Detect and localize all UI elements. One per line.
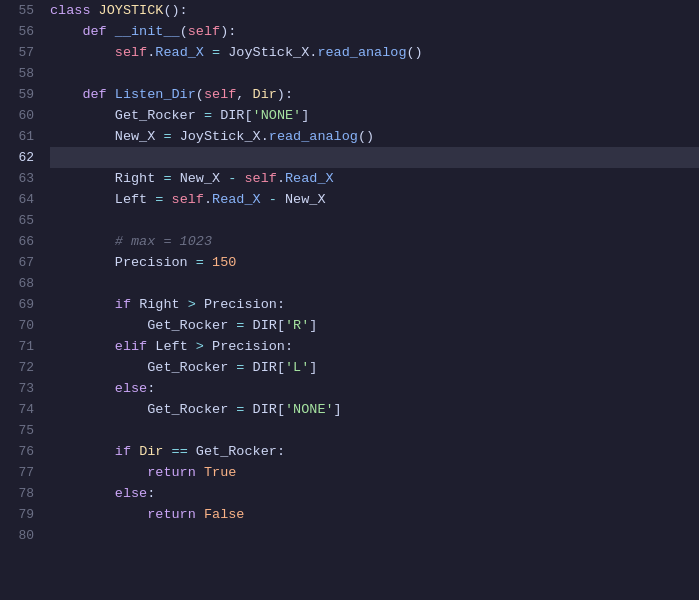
code-line-58 xyxy=(50,63,699,84)
line-num-57: 57 xyxy=(0,42,34,63)
line-num-61: 61 xyxy=(0,126,34,147)
code-line-62 xyxy=(50,147,699,168)
code-line-72: Get_Rocker = DIR['L'] xyxy=(50,357,699,378)
line-num-56: 56 xyxy=(0,21,34,42)
line-num-71: 71 xyxy=(0,336,34,357)
line-num-70: 70 xyxy=(0,315,34,336)
line-num-67: 67 xyxy=(0,252,34,273)
line-num-76: 76 xyxy=(0,441,34,462)
code-line-80 xyxy=(50,525,699,546)
code-line-78: else: xyxy=(50,483,699,504)
line-num-73: 73 xyxy=(0,378,34,399)
code-line-76: if Dir == Get_Rocker: xyxy=(50,441,699,462)
code-line-74: Get_Rocker = DIR['NONE'] xyxy=(50,399,699,420)
code-line-55: class JOYSTICK(): xyxy=(50,0,699,21)
code-line-66: # max = 1023 xyxy=(50,231,699,252)
code-line-75 xyxy=(50,420,699,441)
line-num-59: 59 xyxy=(0,84,34,105)
code-line-57: self.Read_X = JoyStick_X.read_analog() xyxy=(50,42,699,63)
code-line-67: Precision = 150 xyxy=(50,252,699,273)
line-num-63: 63 xyxy=(0,168,34,189)
line-num-60: 60 xyxy=(0,105,34,126)
code-line-61: New_X = JoyStick_X.read_analog() xyxy=(50,126,699,147)
line-num-72: 72 xyxy=(0,357,34,378)
line-num-66: 66 xyxy=(0,231,34,252)
code-line-70: Get_Rocker = DIR['R'] xyxy=(50,315,699,336)
line-num-64: 64 xyxy=(0,189,34,210)
code-line-56: def __init__(self): xyxy=(50,21,699,42)
code-line-77: return True xyxy=(50,462,699,483)
line-numbers: 55 56 57 58 59 60 61 62 63 64 65 66 67 6… xyxy=(0,0,42,600)
code-line-59: def Listen_Dir(self, Dir): xyxy=(50,84,699,105)
code-line-71: elif Left > Precision: xyxy=(50,336,699,357)
line-num-58: 58 xyxy=(0,63,34,84)
line-num-55: 55 xyxy=(0,0,34,21)
line-num-74: 74 xyxy=(0,399,34,420)
code-line-73: else: xyxy=(50,378,699,399)
line-num-69: 69 xyxy=(0,294,34,315)
line-num-78: 78 xyxy=(0,483,34,504)
code-line-79: return False xyxy=(50,504,699,525)
line-num-79: 79 xyxy=(0,504,34,525)
code-line-60: Get_Rocker = DIR['NONE'] xyxy=(50,105,699,126)
code-editor: 55 56 57 58 59 60 61 62 63 64 65 66 67 6… xyxy=(0,0,699,600)
code-content[interactable]: class JOYSTICK(): def __init__(self): se… xyxy=(42,0,699,600)
code-line-63: Right = New_X - self.Read_X xyxy=(50,168,699,189)
code-line-69: if Right > Precision: xyxy=(50,294,699,315)
code-line-64: Left = self.Read_X - New_X xyxy=(50,189,699,210)
line-num-77: 77 xyxy=(0,462,34,483)
line-num-68: 68 xyxy=(0,273,34,294)
code-line-65 xyxy=(50,210,699,231)
code-line-68 xyxy=(50,273,699,294)
line-num-62: 62 xyxy=(0,147,34,168)
line-num-80: 80 xyxy=(0,525,34,546)
line-num-65: 65 xyxy=(0,210,34,231)
line-num-75: 75 xyxy=(0,420,34,441)
